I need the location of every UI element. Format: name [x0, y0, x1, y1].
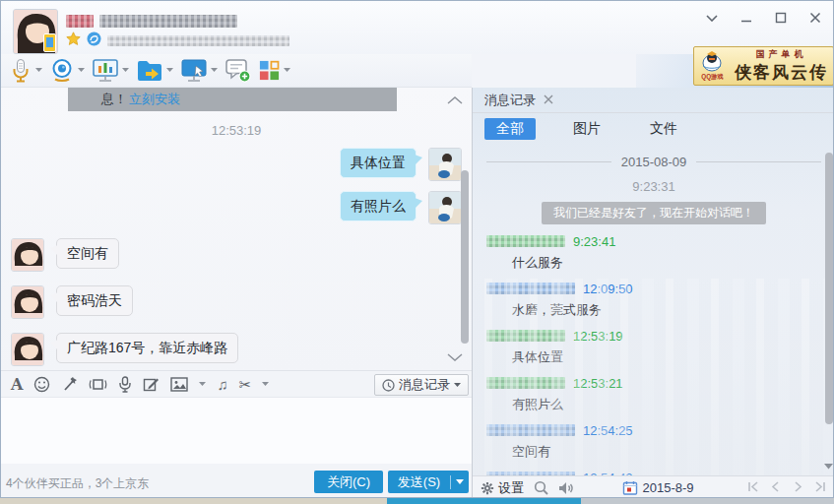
- music-icon[interactable]: ♫: [217, 377, 227, 392]
- send-options-caret[interactable]: [451, 479, 469, 484]
- self-avatar[interactable]: [428, 148, 462, 181]
- contact-avatar-small[interactable]: [11, 238, 44, 272]
- qq-chat-window: QQ游戏 国产单机 侠客风云传 息！ 立刻安装 12:53:19 具体位置: [0, 0, 834, 504]
- voice-call-button[interactable]: [9, 58, 42, 84]
- contact-info: [66, 11, 289, 50]
- chevron-down-icon[interactable]: [702, 9, 722, 27]
- history-close-icon[interactable]: [544, 93, 553, 107]
- send-label: 发送(S): [388, 473, 450, 491]
- speaker-icon: [558, 481, 574, 495]
- voice-message-icon[interactable]: [118, 376, 132, 393]
- ad-banner[interactable]: QQ游戏 国产单机 侠客风云传: [693, 46, 834, 86]
- calendar-icon: [622, 480, 638, 495]
- promo-link[interactable]: 4个伙伴买正品，3个上京东: [6, 475, 149, 492]
- chat-scrollbar[interactable]: [461, 170, 469, 344]
- mascot-icon: [699, 50, 725, 72]
- dropdown-caret-icon[interactable]: [78, 68, 85, 73]
- history-entry: 9:23:41 什么服务: [486, 232, 821, 272]
- history-panel: 消息记录 全部 图片 文件 2015-08-09 9:23:31 我们已经是好友…: [472, 88, 834, 498]
- image-icon[interactable]: [170, 377, 188, 392]
- dropdown-caret-icon: [454, 383, 461, 388]
- entry-time: 9:23:41: [573, 234, 615, 249]
- history-entry: 12:53:21 有照片么: [486, 374, 821, 413]
- entry-text: 什么服务: [486, 254, 821, 272]
- entry-time: 12:53:21: [573, 376, 623, 391]
- window-shake-icon[interactable]: [89, 376, 107, 393]
- dropdown-caret-icon[interactable]: [262, 382, 269, 387]
- font-icon[interactable]: A: [11, 375, 23, 394]
- next-page-icon[interactable]: [792, 479, 804, 497]
- dropdown-caret-icon[interactable]: [166, 68, 173, 73]
- message-area: 息！ 立刻安装 12:53:19 具体位置 有照片么: [1, 88, 472, 370]
- open-apps-button[interactable]: [258, 59, 290, 82]
- emoticon-icon[interactable]: [33, 376, 50, 393]
- tab-images[interactable]: 图片: [561, 118, 612, 140]
- tab-all[interactable]: 全部: [484, 118, 536, 140]
- dropdown-caret-icon[interactable]: [211, 68, 218, 73]
- history-title: 消息记录: [484, 92, 536, 109]
- microphone-icon: [9, 58, 32, 84]
- sound-toggle-button[interactable]: [558, 481, 574, 495]
- message-history-button[interactable]: 消息记录: [374, 374, 469, 396]
- screen-share-button[interactable]: [92, 58, 129, 84]
- screen-capture-icon[interactable]: ✂: [239, 377, 252, 392]
- first-page-icon[interactable]: [746, 479, 759, 497]
- doodle-icon[interactable]: [143, 376, 160, 393]
- chat-timestamp: 12:53:19: [1, 123, 472, 138]
- entry-time: 12:53:19: [573, 329, 623, 344]
- minimize-button[interactable]: [737, 9, 756, 27]
- message-history-label: 消息记录: [399, 376, 450, 394]
- settings-button[interactable]: 设置: [481, 479, 524, 497]
- vip-badge-redacted: [66, 15, 94, 28]
- scroll-down-icon[interactable]: [824, 456, 833, 473]
- file-transfer-icon: [136, 59, 163, 83]
- ad-tagline: 国产单机: [730, 48, 833, 61]
- entry-text: 具体位置: [486, 348, 821, 366]
- close-chat-button[interactable]: 关闭(C): [314, 471, 383, 493]
- webcam-icon: [49, 58, 75, 84]
- message-input-area[interactable]: [1, 398, 472, 464]
- history-first-time: 9:23:31: [486, 179, 821, 194]
- video-call-button[interactable]: [49, 58, 85, 84]
- previous-page-icon[interactable]: [769, 479, 782, 497]
- taskbar-strip: [387, 498, 581, 504]
- close-button[interactable]: [805, 9, 825, 27]
- date-picker[interactable]: 2015-8-9: [622, 480, 693, 495]
- add-chat-icon: [225, 58, 251, 83]
- collapse-down-icon[interactable]: [446, 348, 464, 366]
- tab-files[interactable]: 文件: [638, 118, 689, 140]
- history-search-button[interactable]: [534, 480, 548, 495]
- message-row-sent: 有照片么: [1, 191, 472, 224]
- entry-time: 12:54:25: [583, 423, 633, 438]
- system-notice-text: 息！: [101, 91, 127, 108]
- collapse-up-icon[interactable]: [446, 92, 464, 109]
- signature-redacted: [107, 35, 289, 46]
- message-bubble: 密码浩天: [56, 285, 133, 316]
- send-button[interactable]: 发送(S): [388, 471, 469, 493]
- contact-name-redacted: [99, 15, 237, 28]
- selected-date: 2015-8-9: [642, 480, 693, 495]
- maximize-button[interactable]: [771, 9, 791, 27]
- dropdown-caret-icon[interactable]: [199, 382, 206, 387]
- history-scrollbar[interactable]: [825, 153, 833, 424]
- install-now-link[interactable]: 立刻安装: [129, 91, 180, 108]
- date-divider: 2015-08-09: [486, 155, 821, 169]
- last-page-icon[interactable]: [814, 479, 827, 497]
- dropdown-caret-icon[interactable]: [284, 68, 290, 73]
- contact-avatar[interactable]: [13, 9, 58, 54]
- remote-desktop-button[interactable]: [180, 58, 218, 84]
- self-avatar[interactable]: [428, 191, 462, 224]
- dropdown-caret-icon[interactable]: [122, 68, 129, 73]
- star-icon[interactable]: [66, 32, 81, 49]
- chat-action-toolbar: [1, 54, 472, 88]
- qzone-icon[interactable]: [87, 32, 101, 50]
- contact-avatar-small[interactable]: [11, 285, 44, 319]
- friend-notice: 我们已经是好友了，现在开始对话吧！: [542, 202, 766, 224]
- magic-expression-icon[interactable]: [61, 376, 78, 393]
- new-group-chat-button[interactable]: [225, 58, 251, 83]
- entry-time: 12:09:50: [583, 282, 633, 296]
- dropdown-caret-icon[interactable]: [35, 68, 42, 73]
- contact-avatar-small[interactable]: [11, 333, 44, 366]
- history-tabs: 全部 图片 文件: [473, 113, 834, 145]
- send-file-button[interactable]: [136, 59, 173, 83]
